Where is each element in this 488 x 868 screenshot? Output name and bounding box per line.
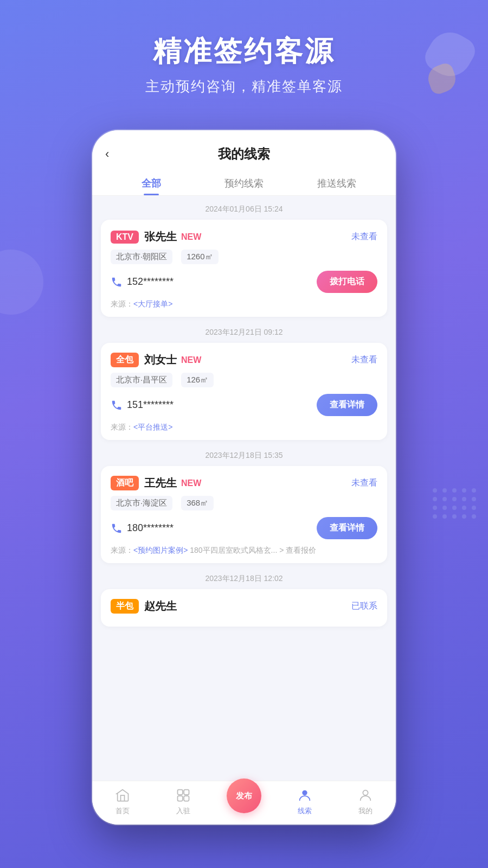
- phone-topbar: ‹ 我的线索: [92, 130, 396, 169]
- svg-rect-2: [178, 796, 183, 801]
- customer-name-4: 赵先生: [144, 599, 177, 614]
- tag-quanbao: 全包: [111, 353, 139, 367]
- area-2: 126㎡: [181, 373, 214, 387]
- status-2: 未查看: [351, 354, 377, 366]
- bg-dots: [433, 488, 477, 519]
- publish-label: 发布: [236, 791, 252, 801]
- source-row-2: 来源：<平台推送>: [111, 423, 377, 432]
- svg-point-4: [302, 790, 307, 795]
- lead-card-4: 半包 赵先生 已联系: [101, 589, 387, 627]
- tag-banbao: 半包: [111, 599, 139, 614]
- call-button-1[interactable]: 拨打电话: [317, 271, 377, 293]
- enter-icon: [175, 787, 192, 804]
- new-badge-3: NEW: [181, 478, 201, 488]
- tab-pushed[interactable]: 推送线索: [290, 169, 383, 195]
- tabs-bar: 全部 预约线索 推送线索: [92, 169, 396, 196]
- nav-profile[interactable]: 我的: [335, 787, 396, 816]
- date-separator-1: 2024年01月06日 15:24: [101, 196, 387, 220]
- customer-name-1: 张先生: [144, 229, 177, 244]
- phone-mockup: ‹ 我的线索 全部 预约线索 推送线索 2024年01月06日 15:24 KT…: [92, 130, 396, 825]
- profile-icon: [357, 787, 374, 804]
- nav-leads-label: 线索: [298, 806, 312, 816]
- tab-appointment[interactable]: 预约线索: [198, 169, 291, 195]
- detail-button-2[interactable]: 查看详情: [317, 394, 377, 416]
- page-title: 我的线索: [218, 145, 270, 163]
- area-3: 368㎡: [181, 496, 214, 510]
- nav-home-label: 首页: [115, 806, 130, 816]
- location-2: 北京市·昌平区: [111, 373, 172, 387]
- svg-rect-1: [184, 790, 189, 795]
- date-separator-4: 2023年12月18日 12:02: [101, 565, 387, 589]
- new-badge-2: NEW: [181, 355, 201, 365]
- nav-enter[interactable]: 入驻: [153, 787, 214, 816]
- header-subtitle: 主动预约咨询，精准签单客源: [0, 77, 488, 96]
- nav-leads[interactable]: 线索: [274, 787, 335, 816]
- customer-name-3: 王先生: [144, 476, 177, 490]
- leads-icon: [296, 787, 313, 804]
- phone-number-3: 180********: [127, 522, 317, 534]
- home-icon: [114, 787, 131, 804]
- location-3: 北京市·海淀区: [111, 496, 172, 510]
- header-section: 精准签约客源 主动预约咨询，精准签单客源: [0, 33, 488, 96]
- scroll-content[interactable]: 2024年01月06日 15:24 KTV 张先生 NEW 未查看 北京市·朝阳…: [92, 196, 396, 781]
- source-link-1[interactable]: <大厅接单>: [133, 299, 172, 308]
- nav-publish[interactable]: 发布: [214, 789, 274, 813]
- tag-jiuba: 酒吧: [111, 476, 139, 490]
- nav-enter-label: 入驻: [176, 806, 190, 816]
- svg-point-5: [363, 790, 368, 795]
- status-4: 已联系: [351, 601, 377, 612]
- phone-icon-1: [111, 276, 123, 288]
- customer-name-2: 刘女士: [144, 353, 177, 367]
- svg-rect-3: [184, 796, 189, 801]
- svg-rect-0: [178, 790, 183, 795]
- tag-ktv: KTV: [111, 231, 139, 244]
- header-title: 精准签约客源: [0, 33, 488, 71]
- lead-card-2: 全包 刘女士 NEW 未查看 北京市·昌平区 126㎡ 151******** …: [101, 343, 387, 440]
- phone-icon-2: [111, 399, 123, 411]
- detail-button-3[interactable]: 查看详情: [317, 517, 377, 539]
- new-badge-1: NEW: [181, 232, 201, 242]
- phone-icon-3: [111, 522, 123, 534]
- status-1: 未查看: [351, 231, 377, 242]
- lead-card-1: KTV 张先生 NEW 未查看 北京市·朝阳区 1260㎡ 152*******…: [101, 220, 387, 317]
- source-row-3: 来源：<预约图片案例> 180平四居室欧式风格玄... > 查看报价: [111, 546, 377, 556]
- tab-all[interactable]: 全部: [105, 169, 198, 195]
- date-separator-3: 2023年12月18日 15:35: [101, 442, 387, 466]
- bottom-nav: 首页 入驻 发布: [92, 781, 396, 825]
- back-button[interactable]: ‹: [105, 147, 109, 161]
- area-1: 1260㎡: [181, 250, 218, 264]
- nav-home[interactable]: 首页: [92, 787, 153, 816]
- lead-card-3: 酒吧 王先生 NEW 未查看 北京市·海淀区 368㎡ 180******** …: [101, 466, 387, 563]
- status-3: 未查看: [351, 477, 377, 489]
- publish-button[interactable]: 发布: [227, 778, 261, 813]
- date-separator-2: 2023年12月21日 09:12: [101, 319, 387, 343]
- phone-number-2: 151********: [127, 399, 317, 411]
- source-link-3[interactable]: <预约图片案例>: [133, 546, 188, 554]
- source-row-1: 来源：<大厅接单>: [111, 299, 377, 309]
- nav-profile-label: 我的: [358, 806, 373, 816]
- source-link-2[interactable]: <平台推送>: [133, 423, 172, 431]
- location-1: 北京市·朝阳区: [111, 250, 172, 264]
- phone-number-1: 152********: [127, 276, 317, 288]
